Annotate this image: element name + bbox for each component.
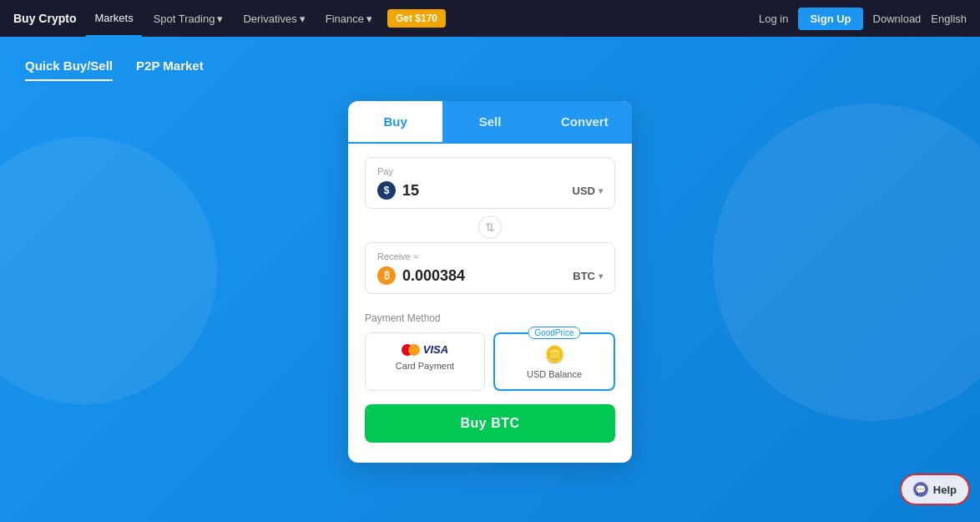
sub-nav-quick-buy[interactable]: Quick Buy/Sell (25, 52, 113, 81)
btc-icon: ₿ (377, 266, 396, 285)
receive-input-row: ₿ 0.000384 BTC ▾ (377, 266, 603, 285)
sub-nav-p2p-market[interactable]: P2P Market (136, 52, 204, 81)
help-icon: 💬 (913, 482, 928, 497)
main-content: Quick Buy/Sell P2P Market Buy Sell Conve… (0, 37, 980, 522)
pay-currency-select[interactable]: USD ▾ (573, 185, 603, 197)
nav-promo-button[interactable]: Get $170 (387, 9, 446, 28)
download-link[interactable]: Download (873, 13, 922, 25)
buy-button[interactable]: Buy BTC (365, 404, 615, 443)
pay-value[interactable]: 15 (402, 182, 419, 200)
tab-sell[interactable]: Sell (442, 101, 537, 144)
pay-label: Pay (377, 166, 603, 176)
payment-options: VISA Card Payment GoodPrice 🪙 USD Balanc… (365, 332, 615, 391)
card-tabs: Buy Sell Convert (348, 101, 632, 144)
chevron-down-icon: ▾ (599, 186, 603, 195)
language-selector[interactable]: English (931, 13, 967, 25)
good-price-badge: GoodPrice (528, 327, 580, 339)
nav-item-markets[interactable]: Markets (86, 0, 141, 37)
mastercard-icon (402, 344, 420, 356)
nav-right-actions: Log in Sign Up Download English (759, 8, 967, 30)
receive-label: Receive ≈ (377, 251, 603, 261)
signup-button[interactable]: Sign Up (798, 8, 862, 30)
nav-item-finance[interactable]: Finance ▾ (317, 0, 381, 37)
nav-item-spot-trading[interactable]: Spot Trading ▾ (145, 0, 232, 37)
nav-brand[interactable]: Buy Crypto (13, 12, 76, 25)
receive-currency-select[interactable]: BTC ▾ (573, 270, 603, 282)
pay-input-left: $ 15 (377, 181, 419, 200)
trade-card: Buy Sell Convert Pay $ 15 (348, 101, 632, 463)
usd-icon: $ (377, 181, 396, 200)
tab-convert[interactable]: Convert (538, 101, 632, 144)
swap-button-wrapper: ⇅ (365, 215, 615, 239)
card-body: Pay $ 15 USD ▾ ⇅ (348, 144, 632, 294)
help-button[interactable]: 💬 Help (900, 474, 970, 505)
buy-button-wrapper: Buy BTC (348, 391, 632, 443)
swap-button[interactable]: ⇅ (478, 215, 502, 239)
chevron-down-icon: ▾ (217, 13, 223, 25)
chevron-down-icon: ▾ (599, 271, 603, 281)
login-button[interactable]: Log in (759, 13, 788, 25)
payment-section: Payment Method VISA Card Payment (348, 301, 632, 391)
receive-input-left: ₿ 0.000384 (377, 266, 465, 285)
receive-value[interactable]: 0.000384 (402, 267, 465, 285)
payment-option-card[interactable]: VISA Card Payment (365, 332, 485, 391)
chevron-down-icon: ▾ (300, 13, 306, 25)
visa-text: VISA (423, 343, 448, 356)
pay-input-row: $ 15 USD ▾ (377, 181, 603, 200)
tab-buy[interactable]: Buy (348, 101, 442, 144)
help-label: Help (933, 484, 957, 496)
usd-balance-label: USD Balance (527, 369, 582, 379)
visa-mastercard-icons: VISA (402, 343, 448, 356)
card-payment-label: Card Payment (396, 361, 454, 371)
payment-option-balance[interactable]: GoodPrice 🪙 USD Balance (493, 332, 615, 391)
chevron-down-icon: ▾ (366, 13, 372, 25)
usd-balance-icon: 🪙 (544, 344, 565, 364)
receive-input-group: Receive ≈ ₿ 0.000384 BTC ▾ (365, 242, 615, 294)
nav-item-derivatives[interactable]: Derivatives ▾ (235, 0, 313, 37)
payment-method-label: Payment Method (365, 312, 615, 324)
navbar: Buy Crypto Markets Spot Trading ▾ Deriva… (0, 0, 980, 37)
trade-card-wrapper: Buy Sell Convert Pay $ 15 (0, 101, 980, 463)
pay-input-group: Pay $ 15 USD ▾ (365, 157, 615, 209)
sub-nav: Quick Buy/Sell P2P Market (0, 37, 980, 81)
